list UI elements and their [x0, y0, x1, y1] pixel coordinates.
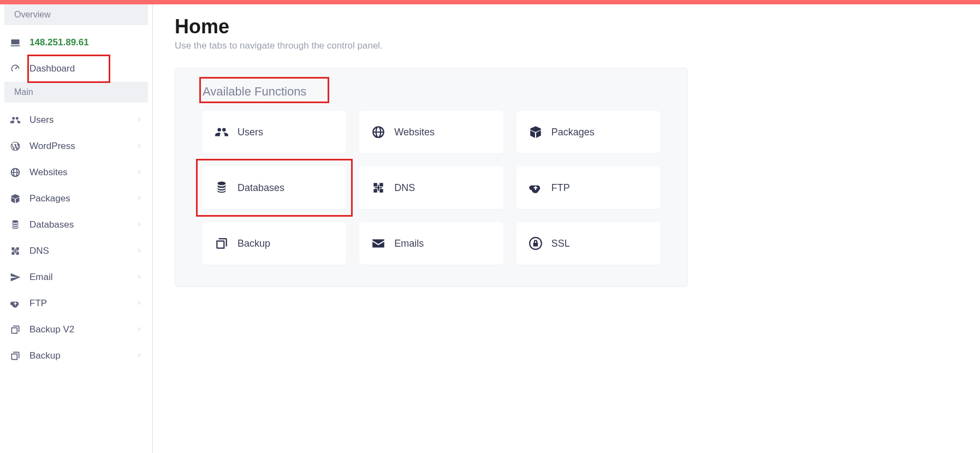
chevron-right-icon	[136, 142, 142, 151]
card-databases[interactable]: Databases	[203, 166, 346, 209]
app-container: Overview 148.251.89.61 Dashboard Main Us…	[0, 4, 980, 453]
wordpress-icon	[10, 141, 24, 152]
card-label: Packages	[551, 127, 595, 138]
card-users[interactable]: Users	[203, 111, 346, 153]
sidebar-item-websites[interactable]: Websites	[0, 159, 152, 186]
card-ssl[interactable]: SSL	[516, 222, 660, 265]
sidebar-item-label: FTP	[29, 298, 136, 309]
sidebar-item-dashboard[interactable]: Dashboard	[0, 56, 152, 82]
cards-grid: Users Websites Packages Databases	[203, 111, 660, 265]
chevron-right-icon	[136, 273, 142, 282]
sidebar-item-label: Users	[29, 115, 136, 126]
sidebar-item-backup[interactable]: Backup	[0, 343, 152, 369]
sidebar-item-label: WordPress	[29, 141, 136, 152]
chevron-right-icon	[136, 325, 142, 334]
sidebar-item-label: 148.251.89.61	[29, 37, 142, 48]
sidebar: Overview 148.251.89.61 Dashboard Main Us…	[0, 4, 153, 453]
packages-icon	[527, 125, 544, 139]
database-icon	[213, 181, 230, 195]
chevron-right-icon	[136, 299, 142, 308]
sidebar-item-ftp[interactable]: FTP	[0, 290, 152, 317]
sidebar-item-label: Websites	[29, 167, 136, 178]
main-content: Home Use the tabs to navigate through th…	[153, 4, 980, 453]
copy-icon	[10, 324, 24, 335]
copy-icon	[10, 350, 24, 361]
card-label: SSL	[551, 238, 570, 249]
globe-icon	[10, 167, 24, 178]
chevron-right-icon	[136, 168, 142, 177]
sidebar-section-overview: Overview	[4, 4, 148, 25]
sidebar-item-databases[interactable]: Databases	[0, 212, 152, 238]
envelope-icon	[370, 236, 387, 251]
card-websites[interactable]: Websites	[359, 111, 503, 153]
card-label: Emails	[394, 238, 424, 249]
top-accent-bar	[0, 0, 980, 4]
sidebar-item-label: Backup V2	[29, 324, 136, 335]
sidebar-item-email[interactable]: Email	[0, 264, 152, 290]
sidebar-item-backup-v2[interactable]: Backup V2	[0, 317, 152, 343]
cloud-upload-icon	[10, 298, 24, 309]
cloud-upload-icon	[527, 181, 544, 195]
copy-icon	[213, 236, 230, 251]
chevron-right-icon	[136, 116, 142, 124]
chevron-right-icon	[136, 247, 142, 255]
sidebar-item-dns[interactable]: DNS	[0, 238, 152, 264]
globe-icon	[370, 125, 387, 139]
sidebar-item-label: Backup	[29, 350, 136, 361]
card-label: Backup	[237, 238, 270, 249]
sidebar-item-wordpress[interactable]: WordPress	[0, 133, 152, 159]
available-functions-panel: Available Functions Users Websites Packa…	[175, 68, 688, 287]
card-label: Databases	[237, 182, 284, 194]
users-icon	[213, 125, 230, 139]
laptop-icon	[10, 37, 24, 48]
sidebar-item-label: Email	[29, 272, 136, 283]
users-icon	[10, 115, 24, 126]
page-title: Home	[175, 15, 958, 38]
card-label: Users	[237, 127, 263, 138]
database-icon	[10, 219, 24, 230]
sidebar-item-label: Packages	[29, 193, 136, 204]
sidebar-item-label: Databases	[29, 219, 136, 230]
sidebar-section-main: Main	[4, 82, 148, 103]
card-label: FTP	[551, 182, 570, 194]
card-ftp[interactable]: FTP	[516, 166, 660, 209]
card-dns[interactable]: DNS	[359, 166, 503, 209]
chevron-right-icon	[136, 351, 142, 360]
card-backup[interactable]: Backup	[203, 222, 346, 265]
dns-icon	[10, 246, 24, 257]
sidebar-item-label: Dashboard	[29, 63, 142, 74]
chevron-right-icon	[136, 194, 142, 203]
page-subtitle: Use the tabs to navigate through the con…	[175, 40, 958, 51]
dns-icon	[370, 181, 387, 195]
sidebar-item-users[interactable]: Users	[0, 107, 152, 133]
chevron-right-icon	[136, 220, 142, 229]
card-packages[interactable]: Packages	[516, 111, 660, 153]
send-icon	[10, 272, 24, 283]
lock-circle-icon	[527, 236, 544, 251]
card-label: Websites	[394, 127, 435, 138]
sidebar-item-label: DNS	[29, 246, 136, 257]
sidebar-item-packages[interactable]: Packages	[0, 186, 152, 212]
sidebar-item-ip[interactable]: 148.251.89.61	[0, 29, 152, 56]
panel-title: Available Functions	[203, 85, 306, 99]
packages-icon	[10, 193, 24, 204]
dashboard-icon	[10, 63, 24, 74]
card-emails[interactable]: Emails	[359, 222, 503, 265]
card-label: DNS	[394, 182, 415, 194]
